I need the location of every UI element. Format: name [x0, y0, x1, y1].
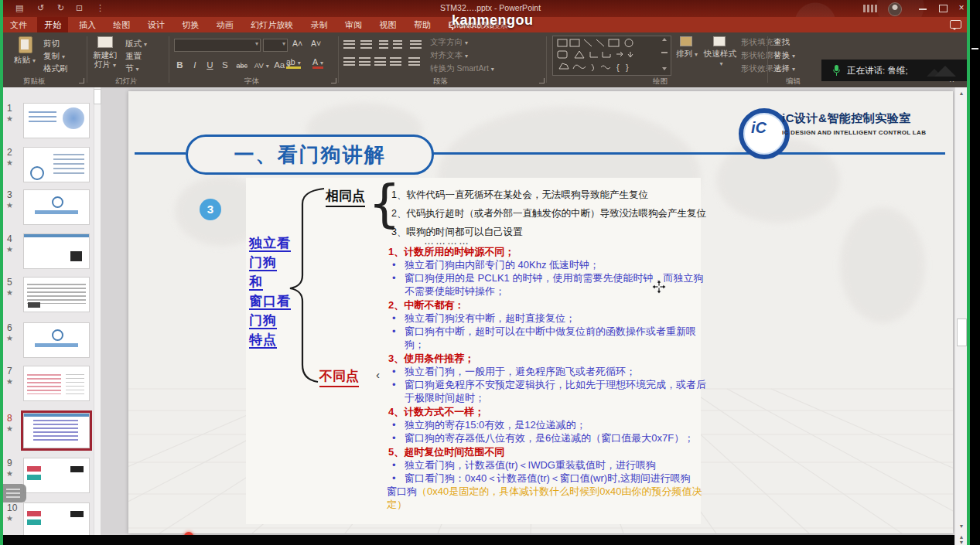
slide-thumbnail[interactable] — [23, 233, 90, 269]
tab-draw[interactable]: 绘图 — [106, 17, 137, 32]
tab-transitions[interactable]: 切换 — [175, 17, 206, 32]
letterbox-bottom — [3, 535, 954, 545]
font-size-box[interactable] — [263, 39, 288, 52]
share-border-left — [0, 0, 3, 545]
grow-font-icon[interactable]: A˄ — [292, 39, 302, 48]
shadow-button[interactable]: S — [219, 60, 230, 70]
tab-help[interactable]: 帮助 — [407, 17, 438, 32]
diff-bullet-wrap: 不需要使能时钟操作； — [405, 285, 505, 297]
diff-header: 2、中断不都有： — [388, 299, 464, 311]
tab-slideshow[interactable]: 幻灯片放映 — [244, 17, 300, 32]
scrollbar-thumb[interactable] — [957, 318, 967, 346]
slide-canvas[interactable]: iC iC设计&智能控制实验室 IC DESIGN AND INTELLIGEN… — [128, 91, 953, 533]
cut-button[interactable]: 剪切 — [43, 39, 60, 49]
comments-icon[interactable] — [950, 20, 961, 29]
align-text-button[interactable]: 对齐文本 — [430, 50, 468, 61]
slide-title[interactable]: 一、看门狗讲解 — [186, 135, 434, 175]
paragraph-dialog-launcher[interactable] — [539, 78, 545, 83]
clipboard-dialog-launcher[interactable] — [79, 78, 84, 83]
tab-record[interactable]: 录制 — [304, 17, 335, 32]
tab-design[interactable]: 设计 — [141, 17, 172, 32]
section-button[interactable]: 节 — [125, 63, 139, 74]
slide-thumbnail[interactable] — [23, 502, 90, 538]
slide-thumbnail[interactable] — [23, 322, 90, 358]
microphone-icon — [832, 64, 841, 77]
topic-label-line: 和 — [249, 274, 263, 291]
save-icon[interactable]: ▤ — [15, 3, 23, 13]
format-painter-button[interactable]: 格式刷 — [43, 63, 68, 74]
align-center-button[interactable] — [359, 57, 370, 66]
bullets-button[interactable] — [343, 40, 355, 49]
minimize-button[interactable] — [919, 9, 927, 10]
copy-button[interactable]: 复制 — [43, 51, 65, 62]
slide-thumbnail[interactable] — [23, 147, 90, 182]
paste-button[interactable]: 粘贴 — [9, 36, 40, 66]
start-slideshow-icon[interactable]: ⊡ — [76, 3, 83, 13]
font-color-button[interactable]: A — [312, 57, 323, 69]
columns-button[interactable] — [408, 57, 420, 66]
similarity-item: 1、软件代码一直死循环在某处会，无法喂狗导致能产生复位 — [391, 189, 648, 202]
scroll-up-icon[interactable]: ▲ — [955, 90, 968, 96]
video-watermark: kanmengou — [452, 12, 534, 29]
line-spacing-button[interactable] — [410, 40, 422, 49]
italic-button[interactable]: I — [189, 60, 200, 70]
font-dialog-launcher[interactable] — [331, 78, 336, 83]
big-brace — [286, 184, 329, 387]
shape-gallery[interactable]: { } — [552, 36, 671, 76]
slide-thumbnail[interactable] — [23, 458, 90, 493]
slide-thumbnail[interactable] — [23, 366, 90, 401]
paragraph-group-label: 段落 — [433, 77, 448, 87]
quick-styles-button[interactable]: 快速样式 — [702, 36, 738, 69]
character-spacing-button[interactable]: AV — [253, 61, 270, 70]
diff-note-wrap: 定） — [387, 499, 407, 510]
tab-file[interactable]: 文件 — [3, 17, 34, 32]
select-button[interactable]: 选择 — [773, 63, 795, 74]
screen-annotation-handle[interactable] — [0, 484, 26, 502]
slide-thumbnail[interactable] — [23, 189, 90, 225]
align-left-button[interactable] — [343, 57, 355, 66]
bold-button[interactable]: B — [174, 60, 186, 70]
layout-button[interactable]: 版式 — [125, 39, 147, 49]
increase-indent-button[interactable] — [393, 40, 402, 49]
arrange-button[interactable]: 排列 — [673, 36, 701, 60]
new-slide-button[interactable]: 新建幻灯片 — [90, 36, 121, 70]
tab-review[interactable]: 审阅 — [338, 17, 369, 32]
slide-scrollbar[interactable]: ▲ ▼ ▲ ▼ — [954, 87, 968, 545]
tab-insert[interactable]: 插入 — [72, 17, 103, 32]
undo-icon[interactable]: ↺ — [37, 3, 44, 13]
decrease-indent-button[interactable] — [379, 40, 388, 49]
thumbnail-panel-scrollbar[interactable] — [94, 87, 101, 535]
slide-thumbnail[interactable] — [23, 103, 90, 138]
slide-thumbnail[interactable] — [23, 277, 90, 312]
tab-home[interactable]: 开始 — [37, 17, 68, 32]
align-right-button[interactable] — [374, 57, 386, 66]
strikethrough-button[interactable]: abc — [234, 62, 250, 70]
text-direction-button[interactable]: 文字方向 — [430, 37, 468, 48]
scroll-down-icon[interactable]: ▼ — [955, 523, 968, 529]
font-name-box[interactable] — [174, 39, 261, 52]
tab-view[interactable]: 视图 — [373, 17, 404, 32]
editing-group-label: 编辑 — [786, 77, 801, 87]
shrink-font-icon[interactable]: A˅ — [311, 39, 321, 48]
ribbon-display-options-icon[interactable] — [863, 5, 877, 12]
account-avatar[interactable] — [888, 2, 902, 16]
slide-thumbnail[interactable] — [23, 413, 90, 448]
title-rule-right — [429, 152, 945, 155]
topic-label-line: 特点 — [249, 332, 277, 349]
previous-slide-icon[interactable]: ▲ — [955, 534, 968, 540]
restore-button[interactable] — [939, 5, 948, 12]
convert-smartart-button[interactable]: 转换为 SmartArt — [430, 63, 494, 74]
find-button[interactable]: 查找 — [773, 37, 790, 48]
tab-animations[interactable]: 动画 — [210, 17, 241, 32]
replace-button[interactable]: 替换 — [773, 50, 795, 61]
qat-more-icon[interactable]: ⋮ — [96, 3, 104, 13]
highlight-color-button[interactable]: ab — [286, 57, 301, 69]
justify-button[interactable] — [390, 57, 401, 66]
underline-button[interactable]: U — [204, 60, 216, 70]
redo-icon[interactable]: ↻ — [57, 3, 64, 13]
numbering-button[interactable] — [360, 40, 372, 49]
next-slide-icon[interactable]: ▼ — [955, 540, 968, 545]
thumbnail-panel-scrollbar-thumb[interactable] — [94, 89, 101, 104]
letterbox-right — [970, 0, 980, 545]
reset-button[interactable]: 重置 — [125, 51, 142, 62]
